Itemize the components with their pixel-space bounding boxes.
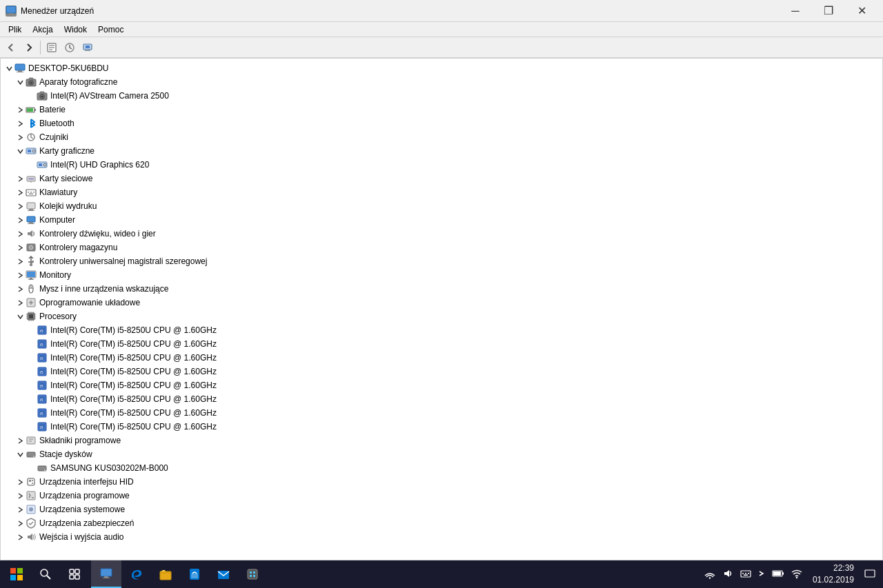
tree-item-urz-prog[interactable]: Urządzenia programowe — [1, 489, 882, 503]
expand-icon[interactable] — [14, 242, 26, 253]
expand-icon[interactable] — [14, 228, 26, 239]
battery-icon[interactable] — [770, 568, 786, 581]
expand-icon[interactable] — [14, 145, 26, 156]
tree-item-procesory[interactable]: Procesory — [1, 310, 882, 323]
tree-item-skladniki[interactable]: Składniki programowe — [1, 434, 882, 447]
tree-item-karty-graf[interactable]: Karty graficzne — [1, 144, 882, 158]
tree-item-klawiatury[interactable]: Klawiatury — [1, 185, 882, 199]
scan-hardware-button[interactable] — [79, 39, 96, 56]
notification-icon[interactable] — [862, 568, 877, 581]
update-driver-button[interactable] — [61, 39, 78, 56]
expand-icon[interactable] — [3, 63, 14, 74]
expand-icon[interactable] — [26, 394, 37, 405]
tree-item-cpu8[interactable]: i5Intel(R) Core(TM) i5-8250U CPU @ 1.60G… — [1, 420, 882, 434]
expand-icon[interactable] — [26, 338, 37, 349]
tree-item-stacje[interactable]: Stacje dysków — [1, 447, 882, 461]
taskbar-mail[interactable] — [210, 560, 237, 588]
expand-icon[interactable] — [14, 531, 26, 543]
menu-file[interactable]: Plik — [3, 23, 27, 36]
tree-item-disk1[interactable]: SAMSUNG KUS030202M-B000 — [1, 461, 882, 475]
expand-icon[interactable] — [14, 270, 26, 281]
tree-item-baterie[interactable]: Baterie — [1, 103, 882, 116]
expand-icon[interactable] — [14, 187, 26, 198]
back-button[interactable] — [3, 39, 19, 56]
expand-icon[interactable] — [14, 476, 26, 487]
tree-item-cpu1[interactable]: i5Intel(R) Core(TM) i5-8250U CPU @ 1.60G… — [1, 323, 882, 337]
tree-item-root[interactable]: DESKTOP-5KU6BDU — [1, 61, 882, 75]
tree-item-kolejki[interactable]: Kolejki wydruku — [1, 199, 882, 213]
tree-item-ctrl-usb[interactable]: Kontrolery uniwersalnej magistrali szere… — [1, 254, 882, 268]
expand-icon[interactable] — [14, 283, 26, 294]
menu-view[interactable]: Widok — [59, 23, 92, 36]
expand-icon[interactable] — [14, 118, 26, 129]
expand-icon[interactable] — [14, 449, 26, 460]
properties-button[interactable] — [43, 39, 60, 56]
expand-icon[interactable] — [26, 380, 37, 391]
taskbar-store[interactable] — [181, 560, 208, 588]
restore-button[interactable]: ❐ — [813, 0, 844, 22]
expand-icon[interactable] — [26, 463, 37, 474]
tree-item-urz-sys[interactable]: Urządzenia systemowe — [1, 503, 882, 516]
search-button[interactable] — [32, 560, 59, 588]
minimize-button[interactable]: ─ — [780, 0, 811, 22]
expand-icon[interactable] — [14, 435, 26, 446]
taskbar-explorer[interactable] — [152, 560, 179, 588]
menu-help[interactable]: Pomoc — [92, 23, 129, 36]
tree-item-monitory[interactable]: Monitory — [1, 268, 882, 282]
tree-item-cpu3[interactable]: i5Intel(R) Core(TM) i5-8250U CPU @ 1.60G… — [1, 351, 882, 365]
menu-action[interactable]: Akcja — [27, 23, 58, 36]
tree-item-bluetooth[interactable]: Bluetooth — [1, 116, 882, 130]
expand-icon[interactable] — [14, 504, 26, 515]
expand-icon[interactable] — [14, 201, 26, 212]
expand-icon[interactable] — [26, 159, 37, 170]
tree-item-karty-siec[interactable]: Karty sieciowe — [1, 172, 882, 185]
keyboard-icon[interactable] — [738, 568, 753, 581]
chevron-icon[interactable] — [756, 568, 767, 581]
device-tree[interactable]: DESKTOP-5KU6BDUAparaty fotograficzneInte… — [0, 58, 883, 560]
expand-icon[interactable] — [26, 352, 37, 363]
tree-item-gpu1[interactable]: Intel(R) UHD Graphics 620 — [1, 158, 882, 172]
wifi-icon[interactable] — [789, 568, 804, 581]
tree-item-komputer[interactable]: Komputer — [1, 213, 882, 227]
tree-item-czujniki[interactable]: Czujniki — [1, 130, 882, 144]
tree-item-cpu2[interactable]: i5Intel(R) Core(TM) i5-8250U CPU @ 1.60G… — [1, 337, 882, 351]
tree-item-urz-zab[interactable]: Urządzenia zabezpieczeń — [1, 516, 882, 530]
expand-icon[interactable] — [26, 366, 37, 377]
task-view-button[interactable] — [61, 560, 88, 588]
expand-icon[interactable] — [14, 256, 26, 267]
network-icon[interactable] — [702, 568, 717, 581]
tree-item-camera1[interactable]: Intel(R) AVStream Camera 2500 — [1, 89, 882, 103]
expand-icon[interactable] — [26, 90, 37, 101]
clock[interactable]: 22:39 01.02.2019 — [807, 562, 860, 586]
start-button[interactable] — [3, 560, 30, 588]
expand-icon[interactable] — [14, 297, 26, 308]
tree-item-cpu7[interactable]: i5Intel(R) Core(TM) i5-8250U CPU @ 1.60G… — [1, 406, 882, 420]
taskbar-pinned[interactable] — [239, 560, 266, 588]
taskbar-edge[interactable] — [123, 560, 150, 588]
expand-icon[interactable] — [14, 214, 26, 225]
tree-item-audio[interactable]: Wejścia i wyjścia audio — [1, 530, 882, 544]
tree-item-cpu5[interactable]: i5Intel(R) Core(TM) i5-8250U CPU @ 1.60G… — [1, 378, 882, 392]
tree-item-hid[interactable]: Urządzenia interfejsu HID — [1, 475, 882, 489]
tree-item-cpu4[interactable]: i5Intel(R) Core(TM) i5-8250U CPU @ 1.60G… — [1, 365, 882, 378]
tree-item-oprog[interactable]: Oprogramowanie układowe — [1, 296, 882, 310]
close-button[interactable]: ✕ — [846, 0, 877, 22]
expand-icon[interactable] — [14, 173, 26, 184]
expand-icon[interactable] — [14, 132, 26, 143]
tree-item-ctrl-dzwiek[interactable]: Kontrolery dźwięku, wideo i gier — [1, 227, 882, 241]
tree-item-ctrl-mag[interactable]: Kontrolery magazynu — [1, 241, 882, 254]
expand-icon[interactable] — [14, 518, 26, 529]
expand-icon[interactable] — [26, 407, 37, 418]
tree-item-cpu6[interactable]: i5Intel(R) Core(TM) i5-8250U CPU @ 1.60G… — [1, 392, 882, 406]
tree-item-aparaty[interactable]: Aparaty fotograficzne — [1, 75, 882, 89]
active-app-device-manager[interactable] — [91, 560, 121, 588]
forward-button[interactable] — [21, 39, 37, 56]
expand-icon[interactable] — [14, 77, 26, 88]
volume-icon[interactable] — [720, 568, 735, 581]
expand-icon[interactable] — [14, 104, 26, 115]
expand-icon[interactable] — [26, 325, 37, 336]
expand-icon[interactable] — [14, 490, 26, 501]
expand-icon[interactable] — [14, 311, 26, 322]
expand-icon[interactable] — [26, 421, 37, 432]
tree-item-mysz[interactable]: Mysz i inne urządzenia wskazujące — [1, 282, 882, 296]
